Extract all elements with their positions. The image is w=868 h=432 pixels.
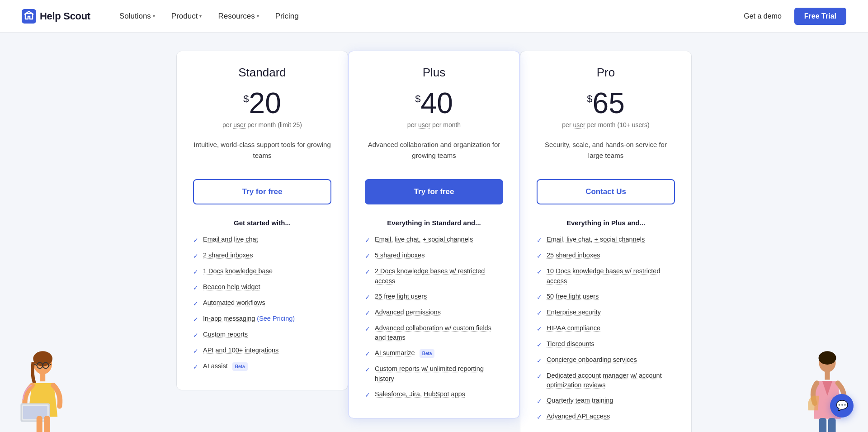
feature-text: In-app messaging (See Pricing) <box>203 314 295 324</box>
free-trial-button[interactable]: Free Trial <box>794 8 846 25</box>
list-item: ✓ AI assist Beta <box>193 361 331 372</box>
feature-text: 25 shared inboxes <box>547 251 600 261</box>
feature-text: 25 free light users <box>375 292 427 302</box>
plan-price-pro: $ 65 <box>537 89 675 118</box>
try-free-plus-button[interactable]: Try for free <box>365 179 503 204</box>
plan-desc-standard: Intuitive, world-class support tools for… <box>193 139 331 166</box>
chat-icon: 💬 <box>836 400 848 412</box>
feature-list-plus: ✓ Email, live chat, + social channels ✓ … <box>365 235 503 400</box>
contact-us-pro-button[interactable]: Contact Us <box>537 179 675 204</box>
check-icon: ✓ <box>193 299 198 309</box>
feature-text: Email and live chat <box>203 235 258 245</box>
beta-badge: Beta <box>232 362 248 371</box>
price-dollar-pro: $ <box>587 93 592 105</box>
list-item: ✓ Advanced collaboration w/ custom field… <box>365 323 503 343</box>
feature-text: API and 100+ integrations <box>203 346 278 356</box>
feature-text: Automated workflows <box>203 298 265 308</box>
price-dollar-plus: $ <box>415 93 420 105</box>
nav-pricing[interactable]: Pricing <box>268 8 306 24</box>
check-icon: ✓ <box>365 236 370 245</box>
check-icon: ✓ <box>537 267 542 277</box>
chevron-down-icon: ▾ <box>153 14 155 19</box>
check-icon: ✓ <box>537 252 542 261</box>
chevron-down-icon: ▾ <box>257 14 259 19</box>
list-item: ✓ Email and live chat <box>193 235 331 245</box>
get-demo-link[interactable]: Get a demo <box>738 9 787 24</box>
features-header-plus: Everything in Standard and... <box>365 219 503 227</box>
feature-text: Advanced collaboration w/ custom fields … <box>375 323 503 343</box>
feature-text: Tiered discounts <box>547 339 594 349</box>
feature-text: Custom reports <box>203 330 248 340</box>
list-item: ✓ Tiered discounts <box>537 339 675 350</box>
plan-pro: Pro $ 65 per user per month (10+ users) … <box>520 51 692 432</box>
nav-resources[interactable]: Resources ▾ <box>211 8 266 24</box>
list-item: ✓ Email, live chat, + social channels <box>365 235 503 245</box>
list-item: ✓ API and 100+ integrations <box>193 346 331 356</box>
see-pricing-link[interactable]: (See Pricing) <box>257 315 295 322</box>
list-item: ✓ 25 free light users <box>365 292 503 302</box>
list-item: ✓ Enterprise security <box>537 308 675 318</box>
plan-plus: Plus $ 40 per user per month Advanced co… <box>348 51 520 418</box>
chevron-down-icon: ▾ <box>199 14 202 19</box>
check-icon: ✓ <box>365 267 370 277</box>
list-item: ✓ 5 shared inboxes <box>365 251 503 261</box>
pricing-grid: Standard $ 20 per user per month (limit … <box>0 51 868 432</box>
list-item: ✓ Quarterly team training <box>537 396 675 406</box>
plan-name-standard: Standard <box>193 66 331 80</box>
plan-price-plus: $ 40 <box>365 89 503 118</box>
list-item: ✓ Custom reports w/ unlimited reporting … <box>365 364 503 384</box>
feature-text: 10 Docs knowledge bases w/ restricted ac… <box>547 266 675 286</box>
plan-desc-pro: Security, scale, and hands-on service fo… <box>537 139 675 166</box>
feature-text: Email, live chat, + social channels <box>375 235 473 245</box>
plan-standard: Standard $ 20 per user per month (limit … <box>176 51 348 390</box>
feature-text: AI assist Beta <box>203 361 248 371</box>
beta-badge: Beta <box>420 349 435 358</box>
check-icon: ✓ <box>193 331 198 340</box>
feature-text: 2 shared inboxes <box>203 251 253 261</box>
try-free-standard-button[interactable]: Try for free <box>193 179 331 204</box>
nav-product[interactable]: Product ▾ <box>164 8 209 24</box>
feature-text: 1 Docs knowledge base <box>203 266 273 276</box>
features-header-pro: Everything in Plus and... <box>537 219 675 227</box>
check-icon: ✓ <box>537 236 542 245</box>
check-icon: ✓ <box>365 324 370 334</box>
check-icon: ✓ <box>537 324 542 334</box>
feature-list-standard: ✓ Email and live chat ✓ 2 shared inboxes… <box>193 235 331 372</box>
check-icon: ✓ <box>365 293 370 302</box>
check-icon: ✓ <box>537 413 542 422</box>
nav-links: Solutions ▾ Product ▾ Resources ▾ Pricin… <box>112 8 738 24</box>
check-icon: ✓ <box>193 252 198 261</box>
logo[interactable]: Help Scout <box>22 9 90 24</box>
chat-bubble-button[interactable]: 💬 <box>830 394 854 418</box>
nav-solutions[interactable]: Solutions ▾ <box>112 8 162 24</box>
feature-text: Beacon help widget <box>203 282 260 292</box>
feature-text: Email, live chat, + social channels <box>547 235 645 245</box>
list-item: ✓ Automated workflows <box>193 298 331 309</box>
list-item: ✓ Email, live chat, + social channels <box>537 235 675 245</box>
feature-text: Dedicated account manager w/ account opt… <box>547 371 675 391</box>
feature-text: Advanced API access <box>547 412 610 422</box>
check-icon: ✓ <box>365 309 370 318</box>
features-header-standard: Get started with... <box>193 219 331 227</box>
check-icon: ✓ <box>537 340 542 350</box>
check-icon: ✓ <box>193 362 198 372</box>
check-icon: ✓ <box>193 315 198 324</box>
plan-desc-plus: Advanced collaboration and organization … <box>365 139 503 166</box>
feature-text: Quarterly team training <box>547 396 613 406</box>
feature-text: Salesforce, Jira, HubSpot apps <box>375 389 465 399</box>
logo-icon <box>22 9 36 24</box>
check-icon: ✓ <box>537 293 542 302</box>
feature-text: Concierge onboarding services <box>547 355 637 365</box>
check-icon: ✓ <box>537 356 542 366</box>
check-icon: ✓ <box>193 267 198 277</box>
list-item: ✓ Dedicated account manager w/ account o… <box>537 371 675 391</box>
feature-text: 50 free light users <box>547 292 599 302</box>
list-item: ✓ 1 Docs knowledge base <box>193 266 331 277</box>
feature-text: HIPAA compliance <box>547 323 600 333</box>
logo-text: Help Scout <box>40 10 90 22</box>
plan-period-plus: per user per month <box>365 121 503 128</box>
check-icon: ✓ <box>193 283 198 293</box>
feature-text: Advanced permissions <box>375 308 441 318</box>
price-amount-pro: 65 <box>593 89 625 118</box>
check-icon: ✓ <box>537 372 542 381</box>
